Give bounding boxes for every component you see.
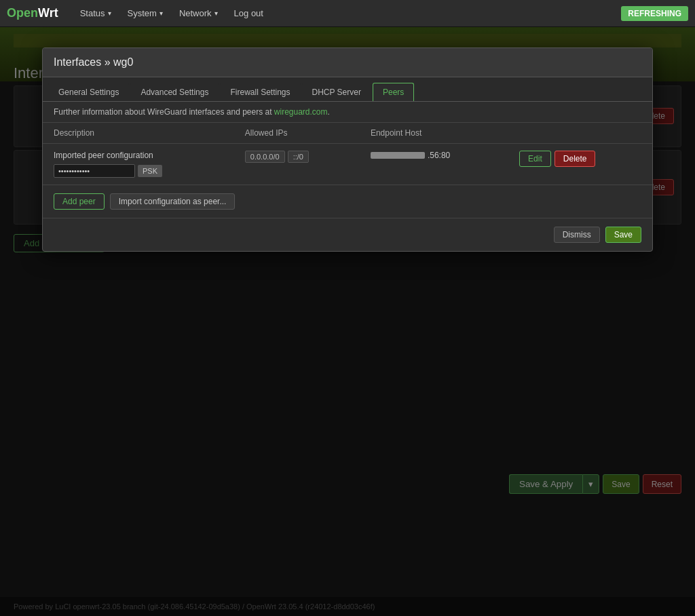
- nav-network[interactable]: Network ▾: [171, 0, 226, 27]
- peer-description: Imported peer configuration: [54, 151, 223, 160]
- refreshing-badge: REFRESHING: [621, 6, 688, 21]
- peer-endpoint-cell: .56:80: [360, 144, 508, 185]
- tab-firewall-settings[interactable]: Firewall Settings: [220, 83, 300, 101]
- ip-badge-0: 0.0.0.0/0: [245, 151, 285, 163]
- import-config-button[interactable]: Import configuration as peer...: [110, 193, 236, 210]
- peer-delete-button[interactable]: Delete: [555, 151, 596, 167]
- modal-overlay: Interfaces » wg0 General Settings Advanc…: [0, 27, 695, 616]
- nav-status[interactable]: Status ▾: [72, 0, 119, 27]
- modal-tabs: General Settings Advanced Settings Firew…: [43, 77, 652, 102]
- col-actions: [508, 123, 652, 144]
- nav-logout[interactable]: Log out: [226, 0, 271, 27]
- psk-input[interactable]: [54, 164, 135, 178]
- page-background: Interfaces wan eth0.2 Protocol: DHCPv6 c…: [0, 27, 695, 616]
- peer-allowed-ips-cell: 0.0.0.0/0 ::/0: [234, 144, 360, 185]
- wireguard-link[interactable]: wireguard.com: [274, 107, 328, 117]
- endpoint-host: .56:80: [371, 151, 497, 160]
- nav-network-arrow: ▾: [214, 9, 218, 17]
- dismiss-button[interactable]: Dismiss: [554, 227, 600, 243]
- app-brand: OpenWrt: [7, 6, 58, 20]
- modal-info-bar: Further information about WireGuard inte…: [43, 102, 652, 123]
- modal-footer: Dismiss Save: [43, 218, 652, 251]
- peers-table: Description Allowed IPs Endpoint Host Im…: [43, 123, 652, 185]
- nav-system[interactable]: System ▾: [119, 0, 171, 27]
- tab-general-settings[interactable]: General Settings: [48, 83, 129, 101]
- peer-actions-cell: Edit Delete: [508, 144, 652, 185]
- peer-edit-button[interactable]: Edit: [519, 151, 551, 167]
- peer-row-0: Imported peer configuration PSK 0.0.0.0/…: [43, 144, 652, 185]
- col-endpoint-host: Endpoint Host: [360, 123, 508, 144]
- peer-actions: Edit Delete: [519, 151, 641, 167]
- allowed-ip-badges: 0.0.0.0/0 ::/0: [245, 151, 349, 163]
- peer-description-cell: Imported peer configuration PSK: [43, 144, 234, 185]
- modal-title: Interfaces » wg0: [54, 56, 641, 69]
- tab-peers[interactable]: Peers: [373, 83, 414, 101]
- col-description: Description: [43, 123, 234, 144]
- modal-dialog: Interfaces » wg0 General Settings Advanc…: [42, 47, 653, 252]
- navbar: OpenWrt Status ▾ System ▾ Network ▾ Log …: [0, 0, 695, 27]
- peer-add-row: Add peer Import configuration as peer...: [43, 185, 652, 218]
- nav-status-arrow: ▾: [108, 9, 111, 17]
- endpoint-bar: [371, 152, 425, 159]
- psk-field: PSK: [54, 164, 223, 178]
- add-peer-button[interactable]: Add peer: [54, 193, 105, 210]
- nav-system-arrow: ▾: [159, 9, 163, 17]
- tab-dhcp-server[interactable]: DHCP Server: [302, 83, 371, 101]
- psk-label: PSK: [138, 165, 162, 177]
- modal-header: Interfaces » wg0: [43, 48, 652, 77]
- ip-badge-1: ::/0: [288, 151, 309, 163]
- tab-advanced-settings[interactable]: Advanced Settings: [130, 83, 219, 101]
- col-allowed-ips: Allowed IPs: [234, 123, 360, 144]
- endpoint-suffix: .56:80: [428, 151, 450, 160]
- modal-save-button[interactable]: Save: [605, 227, 641, 243]
